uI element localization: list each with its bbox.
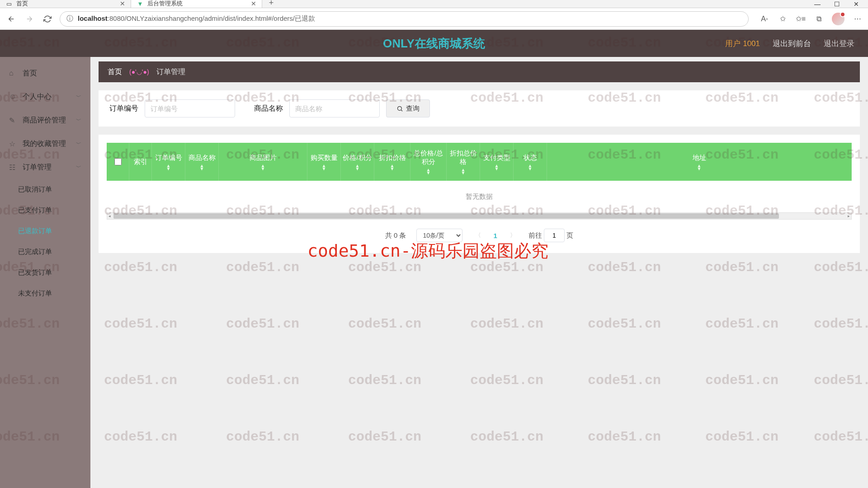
table-col-image[interactable]: 商品图片▲▼	[219, 143, 307, 181]
table-col-orderno[interactable]: 订单编号▲▼	[152, 143, 185, 181]
close-icon[interactable]: ✕	[251, 0, 256, 7]
sidebar: ⌂ 首页 ☺ 个人中心 ﹀ ✎ 商品评价管理 ﹀ ☆ 我的收藏管理 ﹀ ☷ 订单…	[0, 57, 90, 488]
sort-icon: ▲▼	[697, 164, 702, 170]
svg-point-0	[398, 106, 402, 110]
app-header: ONLY在线商城系统 用户 1001 退出到前台 退出登录	[0, 30, 868, 57]
table-col-index[interactable]: 索引	[129, 143, 152, 181]
forward-button[interactable]	[24, 13, 35, 25]
sidebar-sub-paid[interactable]: 已支付订单	[0, 200, 90, 221]
search-button[interactable]: 查询	[386, 99, 430, 117]
goto-label: 前往	[528, 231, 542, 239]
sidebar-sub-completed[interactable]: 已完成订单	[0, 241, 90, 262]
sidebar-sub-unpaid[interactable]: 未支付订单	[0, 283, 90, 304]
page-icon: ▭	[5, 0, 13, 7]
user-icon: ☺	[9, 93, 17, 101]
table-col-status[interactable]: 状态▲▼	[514, 143, 547, 181]
next-page-button[interactable]: 〉	[507, 231, 519, 239]
chevron-down-icon: ﹀	[76, 164, 81, 171]
url-text: localhost:8080/ONLYzaixianshangcheng/adm…	[78, 14, 315, 23]
browser-tab-2[interactable]: ▼ 后台管理系统 ✕	[131, 0, 262, 8]
star-icon: ☆	[9, 140, 17, 148]
product-name-label: 商品名称	[254, 104, 283, 113]
close-window-button[interactable]: ✕	[854, 0, 859, 8]
order-icon: ☷	[9, 163, 17, 171]
browser-tab-1[interactable]: ▭ 首页 ✕	[0, 0, 131, 8]
sidebar-item-home[interactable]: ⌂ 首页	[0, 61, 90, 85]
scrollbar-thumb[interactable]	[113, 213, 779, 219]
sidebar-item-label: 个人中心	[23, 92, 52, 102]
goto-page-input[interactable]	[544, 229, 565, 242]
sort-icon: ▲▼	[528, 164, 533, 170]
vue-icon: ▼	[137, 0, 144, 7]
maximize-button[interactable]: ☐	[834, 0, 840, 8]
current-page[interactable]: 1	[494, 232, 497, 239]
reload-button[interactable]	[42, 13, 53, 25]
horizontal-scrollbar[interactable]	[107, 212, 852, 220]
chevron-down-icon: ﹀	[76, 117, 81, 124]
table-panel: 索引 订单编号▲▼ 商品名称▲▼ 商品图片▲▼ 购买数量▲▼ 价格/积分▲▼ 折…	[99, 135, 860, 253]
goto-suffix: 页	[566, 231, 573, 239]
sidebar-sub-shipped[interactable]: 已发货订单	[0, 262, 90, 283]
breadcrumb-current: 订单管理	[156, 67, 185, 77]
minimize-button[interactable]: —	[814, 0, 821, 8]
collections-icon[interactable]: ⧉	[814, 14, 824, 24]
to-frontend-link[interactable]: 退出到前台	[773, 38, 811, 49]
product-name-input[interactable]	[289, 99, 380, 117]
app-title: ONLY在线商城系统	[383, 36, 485, 52]
prev-page-button[interactable]: 〈	[472, 231, 484, 239]
table-col-product[interactable]: 商品名称▲▼	[185, 143, 219, 181]
profile-avatar[interactable]	[832, 13, 844, 25]
sort-icon: ▲▼	[166, 164, 171, 170]
home-icon: ⌂	[9, 69, 17, 77]
breadcrumb-separator: (●'◡'●)	[129, 68, 149, 75]
main-content: 首页 (●'◡'●) 订单管理 订单编号 商品名称 查询 索引 订单编号▲▼	[90, 57, 868, 488]
sidebar-item-orders[interactable]: ☷ 订单管理 ﹀	[0, 155, 90, 179]
table-empty: 暂无数据	[107, 181, 852, 212]
site-info-icon[interactable]: ⓘ	[66, 14, 73, 23]
favorites-bar-icon[interactable]: ✩≡	[796, 14, 806, 24]
chevron-down-icon: ﹀	[76, 140, 81, 148]
sidebar-item-label: 首页	[23, 69, 37, 78]
browser-tab-strip: ▭ 首页 ✕ ▼ 后台管理系统 ✕ + — ☐ ✕	[0, 0, 868, 8]
table-col-discount[interactable]: 折扣价格▲▼	[374, 143, 410, 181]
table-col-qty[interactable]: 购买数量▲▼	[307, 143, 341, 181]
user-info[interactable]: 用户 1001	[725, 38, 760, 49]
sort-icon: ▲▼	[390, 164, 395, 170]
sidebar-item-reviews[interactable]: ✎ 商品评价管理 ﹀	[0, 108, 90, 132]
table-col-address[interactable]: 地址▲▼	[547, 143, 852, 181]
sidebar-sub-cancelled[interactable]: 已取消订单	[0, 179, 90, 200]
order-no-label: 订单编号	[109, 104, 138, 113]
table-col-price[interactable]: 价格/积分▲▼	[341, 143, 374, 181]
table-header-row: 索引 订单编号▲▼ 商品名称▲▼ 商品图片▲▼ 购买数量▲▼ 价格/积分▲▼ 折…	[107, 143, 852, 181]
table-col-total[interactable]: 总价格/总积分▲▼	[410, 143, 447, 181]
select-all-checkbox[interactable]	[114, 158, 122, 165]
select-all-col	[107, 143, 129, 181]
sort-icon: ▲▼	[322, 164, 326, 170]
new-tab-button[interactable]: +	[262, 0, 280, 8]
back-button[interactable]	[5, 13, 17, 25]
favorite-icon[interactable]: ✩	[778, 14, 788, 24]
page-size-select[interactable]: 10条/页	[416, 229, 462, 242]
tab-title: 首页	[16, 0, 28, 8]
sidebar-item-favorites[interactable]: ☆ 我的收藏管理 ﹀	[0, 132, 90, 155]
breadcrumb: 首页 (●'◡'●) 订单管理	[99, 61, 860, 82]
table-col-disc-total[interactable]: 折扣总价格▲▼	[447, 143, 480, 181]
sort-icon: ▲▼	[355, 164, 360, 170]
order-no-input[interactable]	[145, 99, 235, 117]
more-icon[interactable]: ⋯	[853, 14, 863, 24]
pagination: 共 0 条 10条/页 〈 1 〉 前往 页	[107, 220, 852, 245]
tab-title: 后台管理系统	[147, 0, 183, 8]
sidebar-sub-refunded[interactable]: 已退款订单	[0, 221, 90, 241]
breadcrumb-home[interactable]: 首页	[108, 67, 122, 77]
sort-icon: ▲▼	[261, 164, 265, 170]
review-icon: ✎	[9, 116, 17, 124]
close-icon[interactable]: ✕	[120, 0, 125, 7]
url-input[interactable]: ⓘ localhost:8080/ONLYzaixianshangcheng/a…	[60, 11, 749, 27]
logout-link[interactable]: 退出登录	[824, 38, 854, 49]
sort-icon: ▲▼	[495, 164, 499, 170]
search-panel: 订单编号 商品名称 查询	[99, 90, 860, 127]
sidebar-item-label: 商品评价管理	[23, 116, 66, 125]
table-col-paytype[interactable]: 支付类型▲▼	[480, 143, 514, 181]
read-aloud-icon[interactable]: A»	[760, 14, 769, 24]
sidebar-item-profile[interactable]: ☺ 个人中心 ﹀	[0, 85, 90, 108]
